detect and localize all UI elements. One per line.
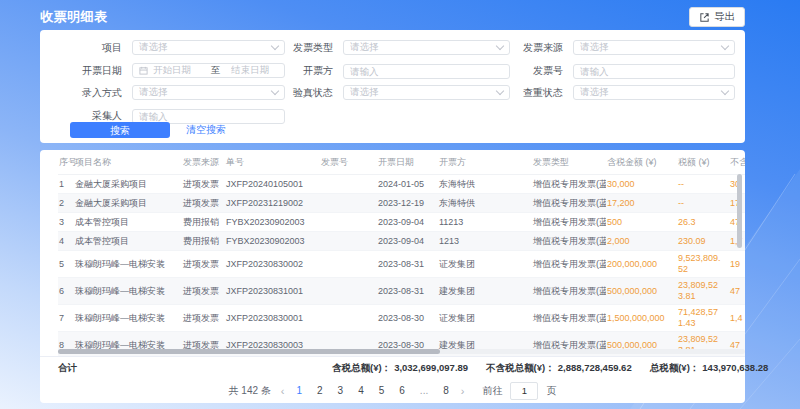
column-header: 项目名称 [74, 150, 182, 175]
filter-label-invoice-type: 发票类型 [285, 40, 343, 55]
invoice-type-select[interactable]: 请选择 [343, 40, 510, 55]
cell-tax-amount: -- [677, 175, 729, 194]
table-row: 2金融大厦采购项目进项发票JXFP202312190022023-12-19东海… [58, 194, 745, 213]
pagination-goto-input[interactable] [510, 382, 538, 400]
dedup-status-select[interactable]: 请选择 [573, 85, 735, 100]
cell-amount-with-tax: 500 [606, 213, 677, 232]
filter-label-invoice-source: 发票来源 [510, 40, 573, 55]
invoice-table-panel: 序号项目名称发票来源单号发票号开票日期开票方发票类型含税金额 (¥)税额 (¥)… [40, 150, 745, 403]
filter-grid: 项目 请选择 发票类型 请选择 发票来源 请选择 开票日期 [40, 30, 745, 124]
filter-label-verify-status: 验真状态 [285, 85, 343, 100]
cell-tax-amount: -- [677, 194, 729, 213]
pagination-page-3[interactable]: 3 [336, 385, 346, 396]
summary-item: 含税总额(¥)：3,032,699,097.89 [332, 362, 468, 375]
issuer-input[interactable] [343, 64, 510, 79]
table-scroll-area[interactable]: 序号项目名称发票来源单号发票号开票日期开票方发票类型含税金额 (¥)税额 (¥)… [58, 150, 745, 356]
cell-invoice-source: 费用报销 [182, 213, 225, 232]
cell-project-name: 珠穆朗玛峰—电梯安装 [74, 305, 182, 332]
pagination-goto-suffix: 页 [546, 384, 556, 398]
cell-order-no: JXFP20230830001 [225, 305, 320, 332]
cell-invoice-no [320, 175, 377, 194]
project-select[interactable]: 请选择 [132, 40, 285, 55]
column-header: 发票号 [320, 150, 377, 175]
cell-invoice-source: 进项发票 [182, 175, 225, 194]
horizontal-scrollbar[interactable] [58, 349, 745, 354]
issue-date-range-picker[interactable]: 开始日期 至 结束日期 [132, 63, 285, 78]
cell-row-index: 4 [58, 232, 74, 251]
cell-issue-date: 2023-09-04 [377, 213, 438, 232]
column-header: 序号 [58, 150, 74, 175]
cell-invoice-no [320, 213, 377, 232]
cell-issuer: 11213 [438, 213, 532, 232]
cell-issuer: 证发集团 [438, 305, 532, 332]
cell-amount-without-tax: 47 [729, 278, 745, 305]
cell-order-no: JXFP20230830002 [225, 251, 320, 278]
cell-issuer: 东海特供 [438, 194, 532, 213]
cell-issuer: 东海特供 [438, 175, 532, 194]
summary-row: 合计 含税总额(¥)：3,032,699,097.89不含税总额(¥)：2,88… [40, 356, 745, 379]
cell-row-index: 3 [58, 213, 74, 232]
app-background: 收票明细表 导出 项目 请选择 发票类型 请选择 发票来源 请选择 [0, 0, 800, 409]
pagination-page-8[interactable]: 8 [441, 385, 451, 396]
pagination-pages: 123456...8 [294, 385, 450, 396]
table-row: 7珠穆朗玛峰—电梯安装进项发票JXFP202308300012023-08-30… [58, 305, 745, 332]
chevron-down-icon [496, 42, 504, 50]
cell-invoice-type: 增值税专用发票(蓝) [532, 251, 606, 278]
chevron-down-icon [496, 87, 504, 95]
summary-item-value: 3,032,699,097.89 [394, 362, 468, 373]
search-button[interactable]: 搜索 [70, 122, 170, 138]
pagination-total-count: 共 142 条 [229, 384, 271, 398]
column-header: 单号 [225, 150, 320, 175]
invoice-source-select[interactable]: 请选择 [573, 40, 735, 55]
filter-label-issue-date: 开票日期 [40, 63, 132, 78]
entry-method-select-placeholder: 请选择 [139, 86, 272, 99]
calendar-icon [139, 66, 148, 75]
cell-amount-with-tax: 2,000 [606, 232, 677, 251]
cell-invoice-no [320, 251, 377, 278]
pagination-prev-button[interactable]: ‹ [279, 385, 287, 397]
vertical-scrollbar-thumb[interactable] [737, 174, 742, 248]
pagination-page-5[interactable]: 5 [377, 385, 387, 396]
chevron-down-icon [271, 87, 279, 95]
pagination-page-4[interactable]: 4 [356, 385, 366, 396]
pagination-goto-label: 前往 [482, 384, 502, 398]
column-header: 含税金额 (¥) [606, 150, 677, 175]
cell-issue-date: 2023-09-04 [377, 232, 438, 251]
invoice-no-input[interactable] [573, 64, 735, 79]
cell-project-name: 成本管控项目 [74, 213, 182, 232]
verify-status-select[interactable]: 请选择 [343, 85, 510, 100]
horizontal-scrollbar-thumb[interactable] [58, 349, 440, 354]
invoice-type-select-placeholder: 请选择 [350, 41, 497, 54]
cell-invoice-no [320, 232, 377, 251]
cell-amount-with-tax: 500,000,000 [606, 278, 677, 305]
export-button[interactable]: 导出 [689, 7, 745, 27]
summary-item-label: 不含税总额(¥)： [486, 362, 555, 373]
cell-amount-with-tax: 200,000,000 [606, 251, 677, 278]
cell-project-name: 金融大厦采购项目 [74, 175, 182, 194]
cell-row-index: 7 [58, 305, 74, 332]
cell-invoice-type: 增值税专用发票(蓝) [532, 232, 606, 251]
cell-amount-without-tax: 1,4 [729, 305, 745, 332]
summary-item: 不含税总额(¥)：2,888,728,459.62 [486, 362, 632, 375]
pagination-page-1[interactable]: 1 [294, 385, 304, 396]
page-title: 收票明细表 [40, 8, 108, 26]
pagination-page-6[interactable]: 6 [397, 385, 407, 396]
cell-invoice-no [320, 194, 377, 213]
filter-panel: 项目 请选择 发票类型 请选择 发票来源 请选择 开票日期 [40, 30, 745, 143]
entry-method-select[interactable]: 请选择 [132, 85, 285, 100]
date-range-separator: 至 [211, 64, 221, 77]
start-date-placeholder: 开始日期 [153, 64, 200, 77]
summary-totals: 含税总额(¥)：3,032,699,097.89不含税总额(¥)：2,888,7… [332, 362, 768, 375]
clear-search-link[interactable]: 清空搜索 [186, 123, 226, 137]
cell-row-index: 5 [58, 251, 74, 278]
filter-label-project: 项目 [40, 40, 132, 55]
filter-buttons: 搜索 清空搜索 [70, 122, 226, 138]
column-header: 发票来源 [182, 150, 225, 175]
pagination-next-button[interactable]: › [459, 385, 467, 397]
filter-label-invoice-no: 发票号 [510, 63, 573, 78]
pagination-page-2[interactable]: 2 [315, 385, 325, 396]
summary-item-value: 2,888,728,459.62 [558, 362, 632, 373]
pagination: 共 142 条 ‹ 123456...8 › 前往 页 [40, 378, 745, 403]
cell-invoice-type: 增值税专用发票(蓝) [532, 194, 606, 213]
filter-label-dedup-status: 查重状态 [510, 85, 573, 100]
